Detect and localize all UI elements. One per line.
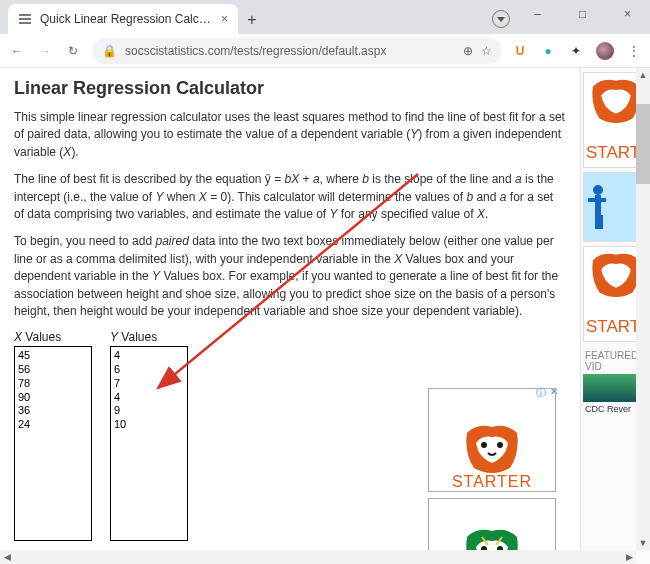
extension-circle-icon[interactable]: ● <box>540 43 556 59</box>
x-values-input[interactable] <box>14 346 92 541</box>
ad-column: ⓘ ✕ STARTER CREATOR <box>428 388 558 564</box>
svg-rect-12 <box>588 198 606 202</box>
svg-rect-2 <box>19 22 31 24</box>
url-text: socscistatistics.com/tests/regression/de… <box>125 44 455 58</box>
extensions-puzzle-icon[interactable]: ✦ <box>568 43 584 59</box>
extensions-row: U ● ✦ ⋮ <box>512 42 642 60</box>
svg-rect-1 <box>19 18 31 20</box>
window-controls: – □ × <box>515 0 650 28</box>
y-values-col: Y Values <box>110 330 188 541</box>
ad-starter-card[interactable]: STARTER <box>428 388 556 492</box>
lock-icon: 🔒 <box>102 44 117 58</box>
svg-marker-3 <box>497 17 505 22</box>
address-bar: ← → ↻ 🔒 socscistatistics.com/tests/regre… <box>0 34 650 68</box>
x-values-col: X Values <box>14 330 92 541</box>
vertical-scrollbar[interactable]: ▲ ▼ <box>636 68 650 550</box>
ad-starter-text: STARTER <box>452 473 532 491</box>
tab-close-icon[interactable]: × <box>221 12 228 26</box>
page-title: Linear Regression Calculator <box>14 78 566 99</box>
instructions-paragraph: To begin, you need to add paired data in… <box>14 233 566 320</box>
svg-point-5 <box>497 442 503 448</box>
svg-rect-13 <box>595 215 599 229</box>
stick-figure-icon <box>584 182 618 232</box>
tiger-logo-icon <box>462 423 522 473</box>
horizontal-scrollbar[interactable]: ◀ ▶ <box>0 550 636 564</box>
profile-avatar-icon[interactable] <box>596 42 614 60</box>
browser-tab[interactable]: Quick Linear Regression Calculat × <box>8 4 238 34</box>
close-window-button[interactable]: × <box>605 0 650 28</box>
scroll-down-icon[interactable]: ▼ <box>636 536 650 550</box>
search-in-page-icon[interactable]: ⊕ <box>463 44 473 58</box>
svg-rect-0 <box>19 14 31 16</box>
extension-u-icon[interactable]: U <box>512 43 528 59</box>
y-values-input[interactable] <box>110 346 188 541</box>
equation-paragraph: The line of best fit is described by the… <box>14 171 566 223</box>
scroll-up-icon[interactable]: ▲ <box>636 68 650 82</box>
new-tab-button[interactable]: + <box>238 6 266 34</box>
minimize-button[interactable]: – <box>515 0 560 28</box>
svg-point-10 <box>593 185 603 195</box>
vertical-scroll-thumb[interactable] <box>636 104 650 184</box>
maximize-button[interactable]: □ <box>560 0 605 28</box>
svg-point-4 <box>481 442 487 448</box>
intro-paragraph: This simple linear regression calculator… <box>14 109 566 161</box>
favicon-icon <box>18 12 32 26</box>
kebab-menu-icon[interactable]: ⋮ <box>626 43 642 59</box>
content-wrap: Linear Regression Calculator This simple… <box>0 68 650 564</box>
account-indicator-icon[interactable] <box>492 10 510 28</box>
scroll-right-icon[interactable]: ▶ <box>622 550 636 564</box>
url-box[interactable]: 🔒 socscistatistics.com/tests/regression/… <box>92 38 502 64</box>
forward-button[interactable]: → <box>36 42 54 60</box>
bookmark-star-icon[interactable]: ☆ <box>481 44 492 58</box>
scroll-left-icon[interactable]: ◀ <box>0 550 14 564</box>
reload-button[interactable]: ↻ <box>64 42 82 60</box>
tab-title: Quick Linear Regression Calculat <box>40 12 213 26</box>
svg-rect-14 <box>599 215 603 229</box>
y-values-label: Y Values <box>110 330 188 344</box>
x-values-label: X Values <box>14 330 92 344</box>
back-button[interactable]: ← <box>8 42 26 60</box>
main-content: Linear Regression Calculator This simple… <box>0 68 580 564</box>
